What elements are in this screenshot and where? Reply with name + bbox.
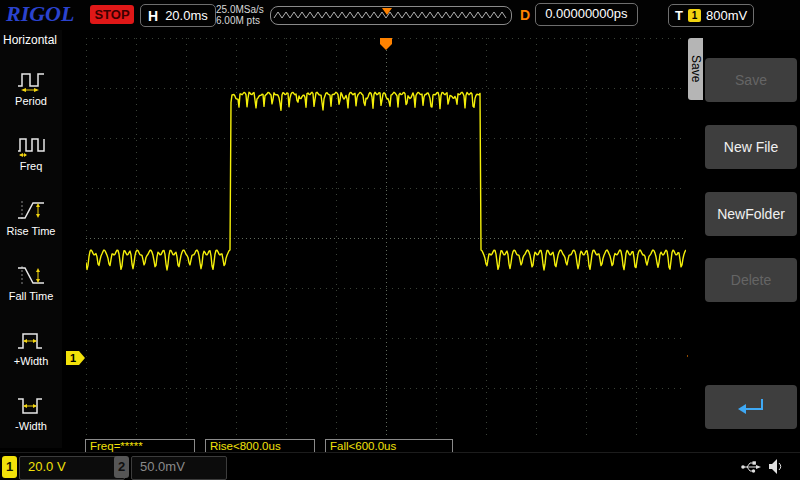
horizontal-label: H xyxy=(148,8,158,24)
menu-item-label: Freq xyxy=(20,160,43,172)
right-soft-menu: Save Save New File NewFolder Delete xyxy=(688,30,800,452)
channel-status-bar: 1 20.0 V 2 50.0mV xyxy=(0,452,800,480)
top-status-bar: RIGOL STOP H 20.0ms 25.0MSa/s 6.00M pts … xyxy=(0,0,800,30)
confirm-button[interactable] xyxy=(705,385,797,429)
waveform-display-area: Freq=***** Rise<800.0us Fall<600.0us xyxy=(62,30,688,452)
period-icon xyxy=(16,69,46,93)
acquisition-info: 25.0MSa/s 6.00M pts xyxy=(216,4,264,26)
speaker-icon[interactable] xyxy=(767,457,785,477)
menu-item-freq[interactable]: Freq xyxy=(0,120,62,185)
menu-item-plus-width[interactable]: +Width xyxy=(0,315,62,380)
menu-item-rise-time[interactable]: Rise Time xyxy=(0,185,62,250)
delay-label: D xyxy=(520,7,530,23)
fall-time-icon xyxy=(16,264,46,288)
run-state-badge: STOP xyxy=(90,5,134,24)
trigger-status-group[interactable]: T 1 800mV xyxy=(668,4,754,27)
waveform-plot xyxy=(86,38,686,438)
trigger-label: T xyxy=(675,8,683,23)
freq-icon xyxy=(16,134,46,158)
menu-item-label: Period xyxy=(15,95,47,107)
new-file-button[interactable]: New File xyxy=(705,125,797,169)
left-menu-items: Period Freq Rise Ti xyxy=(0,55,62,445)
channel1-scale[interactable]: 20.0 V xyxy=(19,456,125,480)
horizontal-timebase-group[interactable]: H 20.0ms xyxy=(140,4,216,27)
timebase-value: 20.0ms xyxy=(165,8,208,23)
channel1-marker-label: 1 xyxy=(70,352,76,364)
delay-value: 0.00000000ps xyxy=(535,3,637,26)
memory-depth: 6.00M pts xyxy=(216,15,264,26)
minus-width-icon xyxy=(16,394,46,418)
menu-item-label: -Width xyxy=(15,420,47,432)
new-folder-button[interactable]: NewFolder xyxy=(705,192,797,236)
brand-logo: RIGOL xyxy=(6,1,74,27)
usb-icon xyxy=(740,458,762,476)
channel1-badge[interactable]: 1 xyxy=(2,456,17,478)
left-menu-title: Horizontal xyxy=(0,30,62,50)
plus-width-icon xyxy=(16,329,46,353)
left-measure-menu: Horizontal Period Freq xyxy=(0,30,62,448)
channel2-scale[interactable]: 50.0mV xyxy=(131,456,227,480)
hpos-waveform-overview xyxy=(271,7,509,22)
menu-item-period[interactable]: Period xyxy=(0,55,62,120)
channel1-level-marker[interactable]: 1 xyxy=(66,351,86,365)
oscilloscope-screen: RIGOL STOP H 20.0ms 25.0MSa/s 6.00M pts … xyxy=(0,0,800,480)
menu-item-fall-time[interactable]: Fall Time xyxy=(0,250,62,315)
menu-item-label: Rise Time xyxy=(7,225,56,237)
trigger-level-value: 800mV xyxy=(706,8,747,23)
delay-group[interactable]: D 0.00000000ps xyxy=(520,4,638,25)
menu-item-label: +Width xyxy=(14,355,49,367)
channel2-badge[interactable]: 2 xyxy=(114,456,129,478)
delete-button[interactable]: Delete xyxy=(705,258,797,302)
menu-item-minus-width[interactable]: -Width xyxy=(0,380,62,445)
return-arrow-icon xyxy=(736,396,766,418)
sample-rate: 25.0MSa/s xyxy=(216,4,264,15)
menu-item-label: Fall Time xyxy=(9,290,54,302)
save-button[interactable]: Save xyxy=(705,58,797,102)
trigger-position-marker[interactable] xyxy=(379,38,393,51)
trigger-source-badge: 1 xyxy=(688,9,701,22)
rise-time-icon xyxy=(16,199,46,223)
menu-tab-save[interactable]: Save xyxy=(688,38,703,100)
horizontal-position-bar[interactable] xyxy=(270,6,512,25)
